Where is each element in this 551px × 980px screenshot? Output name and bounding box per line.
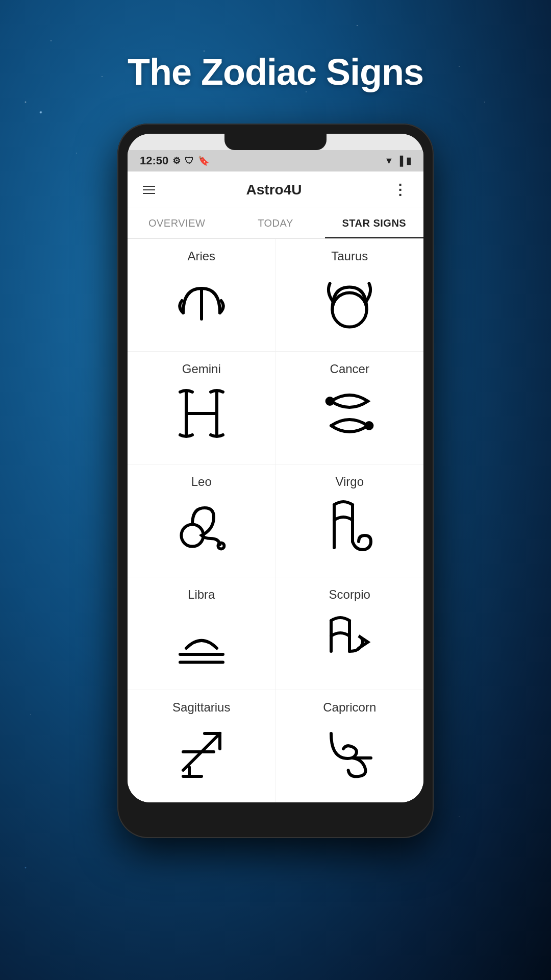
libra-symbol <box>168 606 235 672</box>
page-title: The Zodiac Signs <box>128 51 423 93</box>
scorpio-symbol <box>316 606 383 672</box>
zodiac-virgo[interactable]: Virgo <box>276 464 424 577</box>
status-time: 12:50 <box>140 154 168 167</box>
zodiac-gemini[interactable]: Gemini <box>128 352 276 464</box>
aries-symbol <box>168 267 235 334</box>
menu-button[interactable] <box>138 181 160 199</box>
zodiac-sagittarius[interactable]: Sagittarius <box>128 690 276 802</box>
zodiac-grid: Aries Taurus <box>128 239 423 802</box>
leo-symbol <box>168 493 235 559</box>
cancer-label: Cancer <box>330 362 369 376</box>
bookmark-icon: 🔖 <box>198 155 209 166</box>
gear-icon: ⚙ <box>172 155 181 166</box>
menu-line-3 <box>143 193 155 194</box>
cancer-symbol <box>316 380 383 447</box>
tabs-bar: OVERVIEW TODAY STAR SIGNS <box>128 208 423 239</box>
phone-inner: 12:50 ⚙ 🛡 🔖 ▼ ▐ ▮ Astro4U ⋮ OVERVIEW <box>128 134 423 802</box>
virgo-symbol <box>316 493 383 559</box>
wifi-icon: ▼ <box>384 156 393 166</box>
zodiac-scorpio[interactable]: Scorpio <box>276 577 424 690</box>
zodiac-cancer[interactable]: Cancer <box>276 352 424 464</box>
tab-star-signs[interactable]: STAR SIGNS <box>325 208 423 238</box>
status-bar: 12:50 ⚙ 🛡 🔖 ▼ ▐ ▮ <box>128 150 423 172</box>
virgo-label: Virgo <box>335 475 364 489</box>
app-title: Astro4U <box>160 182 388 198</box>
svg-point-4 <box>327 398 333 404</box>
taurus-symbol <box>316 267 383 334</box>
battery-icon: ▮ <box>406 155 411 166</box>
menu-line-1 <box>143 186 155 187</box>
svg-point-5 <box>366 423 372 429</box>
capricorn-label: Capricorn <box>323 700 376 715</box>
sagittarius-label: Sagittarius <box>172 700 230 715</box>
status-right: ▼ ▐ ▮ <box>384 155 411 166</box>
shield-icon: 🛡 <box>185 156 194 166</box>
sagittarius-symbol <box>168 719 235 785</box>
libra-label: Libra <box>188 587 215 602</box>
scorpio-label: Scorpio <box>329 587 370 602</box>
more-button[interactable]: ⋮ <box>388 176 413 203</box>
menu-line-2 <box>143 189 155 190</box>
svg-point-0 <box>333 292 367 327</box>
app-bar: Astro4U ⋮ <box>128 172 423 208</box>
phone-notch <box>224 134 327 150</box>
zodiac-taurus[interactable]: Taurus <box>276 239 424 351</box>
svg-point-7 <box>218 543 224 549</box>
leo-label: Leo <box>191 475 212 489</box>
phone-frame: 12:50 ⚙ 🛡 🔖 ▼ ▐ ▮ Astro4U ⋮ OVERVIEW <box>117 124 434 838</box>
zodiac-aries[interactable]: Aries <box>128 239 276 351</box>
tab-today[interactable]: TODAY <box>226 208 324 238</box>
signal-icon: ▐ <box>396 156 403 166</box>
zodiac-leo[interactable]: Leo <box>128 464 276 577</box>
status-left: 12:50 ⚙ 🛡 🔖 <box>140 154 209 167</box>
taurus-label: Taurus <box>331 249 368 263</box>
zodiac-libra[interactable]: Libra <box>128 577 276 690</box>
tab-overview[interactable]: OVERVIEW <box>128 208 226 238</box>
capricorn-symbol <box>316 719 383 785</box>
gemini-label: Gemini <box>182 362 221 376</box>
aries-label: Aries <box>187 249 215 263</box>
gemini-symbol <box>168 380 235 447</box>
zodiac-capricorn[interactable]: Capricorn <box>276 690 424 802</box>
